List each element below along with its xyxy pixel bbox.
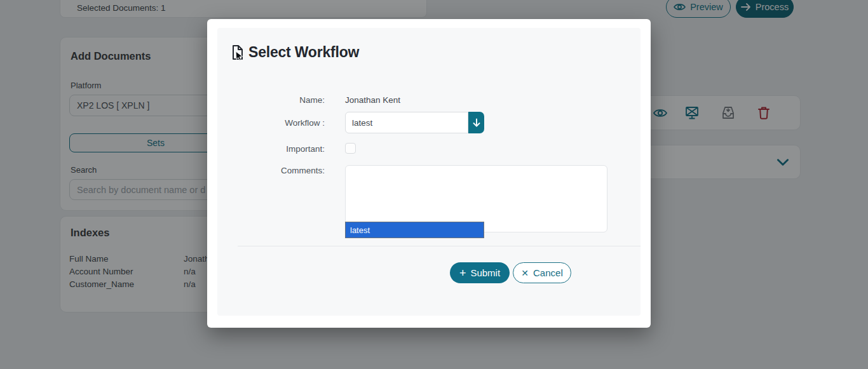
name-value: Jonathan Kent bbox=[345, 95, 400, 105]
modal-body: Select Workflow Name: Jonathan Kent Work… bbox=[217, 28, 641, 316]
document-select-icon bbox=[229, 44, 246, 61]
important-checkbox[interactable] bbox=[345, 143, 356, 154]
dropdown-option-latest[interactable]: latest bbox=[346, 222, 484, 238]
workflow-dropdown-list: latest bbox=[345, 222, 484, 238]
submit-button[interactable]: + Submit bbox=[450, 262, 510, 283]
workflow-select-value: latest bbox=[352, 118, 372, 128]
workflow-select[interactable]: latest bbox=[345, 112, 468, 133]
modal-title: Select Workflow bbox=[248, 44, 359, 61]
cancel-button[interactable]: ✕ Cancel bbox=[513, 262, 571, 283]
modal-divider bbox=[238, 246, 641, 246]
plus-icon: + bbox=[459, 267, 466, 279]
close-icon: ✕ bbox=[521, 269, 529, 278]
select-workflow-modal: Select Workflow Name: Jonathan Kent Work… bbox=[207, 19, 651, 328]
workflow-label: Workflow : bbox=[217, 118, 325, 128]
name-label: Name: bbox=[217, 95, 325, 105]
comments-label: Comments: bbox=[217, 166, 325, 175]
workflow-dropdown-button[interactable] bbox=[468, 112, 484, 133]
important-label: Important: bbox=[217, 144, 325, 154]
cancel-button-label: Cancel bbox=[533, 267, 563, 278]
arrow-down-icon bbox=[472, 118, 481, 128]
submit-button-label: Submit bbox=[470, 267, 500, 278]
